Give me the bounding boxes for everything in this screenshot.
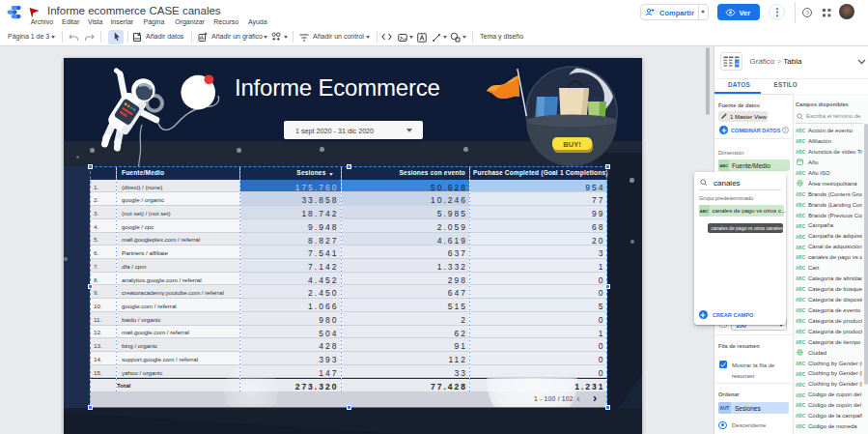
svg-text:BUY!: BUY! [563,140,580,149]
